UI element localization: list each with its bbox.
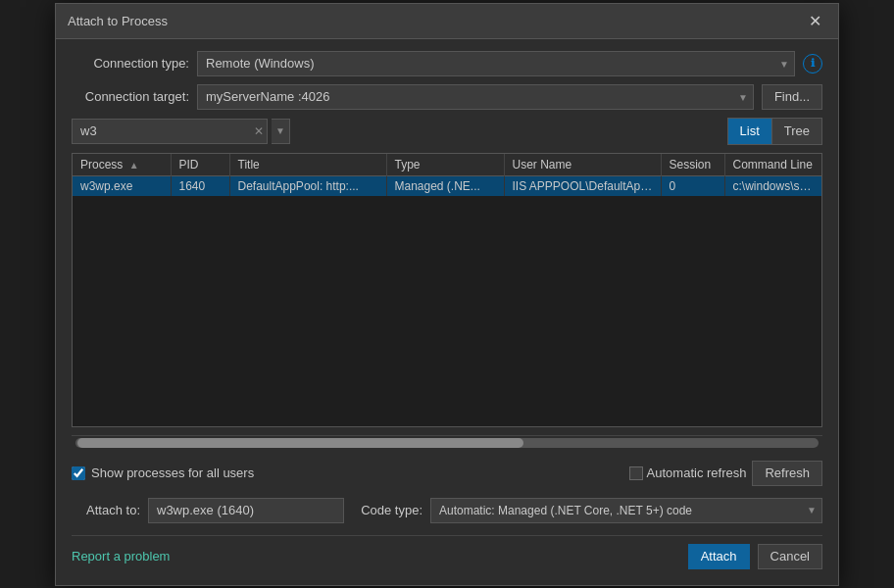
table-row[interactable]: w3wp.exe1640DefaultAppPool: http:...Mana… (73, 175, 821, 196)
cell-title: DefaultAppPool: http:... (229, 175, 386, 196)
scrollbar-track[interactable] (75, 438, 819, 448)
connection-target-row: Connection target: myServerName :4026 ▼ … (72, 84, 822, 110)
search-input-wrapper: ✕ (72, 119, 268, 144)
refresh-button[interactable]: Refresh (752, 461, 822, 486)
footer-row: Report a problem Attach Cancel (72, 535, 822, 573)
horizontal-scrollbar[interactable] (72, 435, 822, 449)
attach-to-process-dialog: Attach to Process ✕ Connection type: Rem… (55, 3, 839, 586)
search-view-row: ✕ ▼ List Tree (72, 118, 822, 145)
table-header-row: Process ▲ PID Title Type User Name Sessi… (73, 154, 821, 176)
attach-code-row: Attach to: Code type: Automatic: Managed… (72, 498, 822, 523)
auto-refresh-wrapper: Automatic refresh Refresh (629, 461, 822, 486)
connection-type-label: Connection type: (72, 56, 189, 71)
connection-target-label: Connection target: (72, 89, 189, 104)
connection-target-select[interactable]: myServerName :4026 (197, 84, 754, 110)
show-all-users-checkbox[interactable]: Show processes for all users (72, 466, 254, 480)
auto-refresh-checkbox[interactable]: Automatic refresh (629, 466, 747, 480)
attach-button[interactable]: Attach (688, 544, 750, 569)
col-header-user[interactable]: User Name (504, 154, 661, 176)
cell-session: 0 (661, 175, 724, 196)
attach-to-label: Attach to: (72, 503, 140, 517)
col-header-command-line[interactable]: Command Line (724, 154, 821, 176)
clear-search-button[interactable]: ✕ (254, 124, 264, 138)
view-toggle: List Tree (727, 118, 822, 145)
tree-view-button[interactable]: Tree (772, 119, 821, 144)
connection-type-row: Connection type: Remote (Windows) ▼ ℹ (72, 51, 822, 76)
search-dropdown-button[interactable]: ▼ (272, 119, 290, 144)
find-button[interactable]: Find... (762, 84, 822, 110)
col-header-process[interactable]: Process ▲ (73, 154, 171, 176)
sort-asc-icon: ▲ (129, 160, 139, 171)
col-header-pid[interactable]: PID (171, 154, 229, 176)
process-table-body: w3wp.exe1640DefaultAppPool: http:...Mana… (73, 175, 821, 196)
search-input[interactable] (72, 119, 268, 144)
cell-type: Managed (.NE... (386, 175, 504, 196)
process-table-container: Process ▲ PID Title Type User Name Sessi… (72, 153, 822, 427)
cancel-button[interactable]: Cancel (758, 544, 822, 569)
cell-pid: 1640 (171, 175, 229, 196)
list-view-button[interactable]: List (728, 119, 772, 144)
connection-target-select-wrapper: myServerName :4026 ▼ (197, 84, 754, 110)
cell-user_name: IIS APPPOOL\DefaultAppPool (504, 175, 661, 196)
title-bar: Attach to Process ✕ (56, 4, 838, 39)
footer-buttons: Attach Cancel (688, 544, 822, 569)
report-problem-link[interactable]: Report a problem (72, 549, 170, 564)
process-table: Process ▲ PID Title Type User Name Sessi… (73, 154, 821, 196)
connection-type-select-wrapper: Remote (Windows) ▼ (197, 51, 795, 76)
col-header-title[interactable]: Title (229, 154, 386, 176)
show-all-users-label: Show processes for all users (91, 466, 254, 480)
bottom-options-row: Show processes for all users Automatic r… (72, 457, 822, 490)
code-type-select[interactable]: Automatic: Managed (.NET Core, .NET 5+) … (430, 498, 822, 523)
scrollbar-thumb[interactable] (77, 438, 523, 448)
show-all-users-input[interactable] (72, 466, 85, 480)
connection-type-select[interactable]: Remote (Windows) (197, 51, 795, 76)
col-header-type[interactable]: Type (386, 154, 504, 176)
cell-process: w3wp.exe (73, 175, 171, 196)
cell-command_line: c:\windows\system... (724, 175, 821, 196)
col-header-session[interactable]: Session (661, 154, 724, 176)
dialog-body: Connection type: Remote (Windows) ▼ ℹ Co… (56, 39, 838, 585)
close-button[interactable]: ✕ (803, 9, 826, 32)
auto-refresh-label: Automatic refresh (647, 466, 747, 480)
attach-to-input[interactable] (148, 498, 344, 523)
info-icon[interactable]: ℹ (803, 54, 822, 74)
dialog-title: Attach to Process (68, 14, 168, 28)
auto-refresh-box[interactable] (629, 466, 643, 480)
code-type-label: Code type: (352, 503, 430, 517)
code-type-wrapper: Code type: Automatic: Managed (.NET Core… (352, 498, 822, 523)
